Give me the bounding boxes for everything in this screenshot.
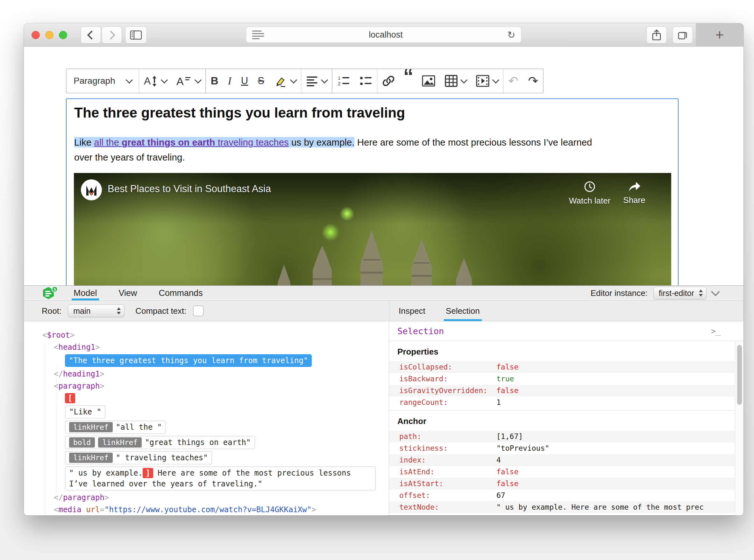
property-value: true xyxy=(496,374,514,384)
model-tree-row[interactable]: boldlinkHref"great things on earth" xyxy=(42,435,389,450)
highlight-button[interactable] xyxy=(269,69,301,93)
model-tree-row[interactable]: "Like " xyxy=(42,404,389,420)
property-value: "toPrevious" xyxy=(496,443,549,453)
tree-tag: $root xyxy=(47,331,70,340)
editor-instance-select[interactable]: first-editor xyxy=(653,287,707,299)
forward-button[interactable] xyxy=(102,26,122,44)
align-left-icon xyxy=(306,76,318,86)
model-tree-row[interactable]: linkHref"all the " xyxy=(42,420,389,435)
property-row: isGravityOverridden:false xyxy=(389,385,743,397)
text-alignment-button[interactable] xyxy=(301,69,332,93)
video-share-label: Share xyxy=(623,195,645,205)
selection-pane-header: Selection >_ xyxy=(389,321,743,341)
insert-media-button[interactable] xyxy=(471,69,503,93)
tab-overview-button[interactable] xyxy=(672,26,693,44)
document-heading: The three greatest things you learn from… xyxy=(74,105,405,121)
model-tree-row[interactable]: <media url="https://www.youtube.com/watc… xyxy=(42,504,389,515)
model-tree-row[interactable]: <$root> xyxy=(42,329,389,341)
strikethrough-button[interactable]: S xyxy=(253,69,269,93)
property-name: isGravityOverridden: xyxy=(399,386,496,396)
property-name: index: xyxy=(399,455,496,465)
share-button[interactable] xyxy=(646,26,667,44)
svg-text:1: 1 xyxy=(338,75,340,81)
underline-button[interactable]: U xyxy=(236,69,253,93)
url-field[interactable]: localhost ↻ xyxy=(246,27,522,43)
font-family-button[interactable]: A xyxy=(171,69,205,93)
paragraph-link-text[interactable]: all the xyxy=(94,137,122,147)
channel-logo-icon xyxy=(84,182,99,198)
lens-flare xyxy=(322,223,340,241)
model-tree-row[interactable]: linkHref" traveling teaches" xyxy=(42,450,389,465)
undo-button[interactable]: ↶ xyxy=(504,69,523,93)
italic-button[interactable]: I xyxy=(223,69,236,93)
collapse-inspector-icon[interactable] xyxy=(711,287,720,296)
compact-text-checkbox[interactable] xyxy=(193,305,204,316)
model-tree-row[interactable]: " us by example.] Here are some of the m… xyxy=(42,465,389,492)
tree-chip: linkHref xyxy=(69,422,113,432)
property-name: textNode: xyxy=(399,502,496,512)
root-select[interactable]: main xyxy=(68,304,124,317)
model-tree-row[interactable]: <heading1> xyxy=(42,341,389,353)
bold-button[interactable]: B xyxy=(206,69,223,93)
property-name: rangeCount: xyxy=(399,398,496,407)
url-text: localhost xyxy=(264,30,508,40)
paragraph-link-text[interactable]: traveling teaches xyxy=(215,137,289,147)
back-button[interactable] xyxy=(81,26,101,44)
tree-tag: paragraph xyxy=(63,493,104,502)
channel-avatar[interactable] xyxy=(81,179,102,200)
pane-section-rows: isCollapsed:falseisBackward:trueisGravit… xyxy=(389,361,743,408)
bulleted-list-button[interactable] xyxy=(355,69,377,93)
chevron-down-icon xyxy=(492,77,499,84)
log-to-console-icon[interactable]: >_ xyxy=(711,326,720,336)
model-tree-row[interactable]: </heading1> xyxy=(42,368,389,380)
table-icon xyxy=(445,75,457,87)
pane-scrollbar-thumb[interactable] xyxy=(737,345,742,405)
model-tree-row[interactable]: </paragraph> xyxy=(42,492,389,504)
property-row: offset:67 xyxy=(389,489,743,501)
redo-button[interactable]: ↷ xyxy=(523,69,543,93)
sidebar-button[interactable] xyxy=(125,26,147,44)
tree-br: > xyxy=(70,331,75,340)
model-text-node-box[interactable]: " us by example.] Here are some of the m… xyxy=(65,466,376,491)
compact-text-label: Compact text: xyxy=(135,306,186,316)
font-size-button[interactable]: A xyxy=(139,69,171,93)
model-text-node-box[interactable]: "Like " xyxy=(65,405,105,419)
video-title: Best Places to Visit in Southeast Asia xyxy=(108,183,271,195)
tab-model[interactable]: Model xyxy=(72,286,99,300)
root-value: main xyxy=(73,306,90,316)
model-tree-row[interactable]: "The three greatest things you learn fro… xyxy=(42,353,389,368)
paragraph-link-text[interactable]: great things on earth xyxy=(122,137,215,147)
numbered-list-button[interactable]: 12 xyxy=(332,69,355,93)
model-tree-row[interactable]: <paragraph> xyxy=(42,380,389,392)
tab-inspect[interactable]: Inspect xyxy=(397,301,427,321)
property-name: offset: xyxy=(399,491,496,500)
property-value: false xyxy=(496,386,518,396)
editor-content[interactable]: The three greatest things you learn from… xyxy=(66,98,678,285)
model-text-node-box[interactable]: linkHref" traveling teaches" xyxy=(65,451,212,464)
close-window-button[interactable] xyxy=(32,31,40,39)
tab-commands[interactable]: Commands xyxy=(157,286,205,300)
block-quote-button[interactable]: “ xyxy=(400,69,417,83)
watch-later-button[interactable]: Watch later xyxy=(566,181,614,206)
tree-br: = xyxy=(100,505,104,514)
video-share-button[interactable]: Share xyxy=(617,181,652,205)
reader-view-icon[interactable] xyxy=(252,31,264,39)
tab-view[interactable]: View xyxy=(117,286,139,300)
font-family-icon: A xyxy=(177,75,192,87)
chevron-down-icon xyxy=(125,77,133,84)
model-tree: <$root><heading1>"The three greatest thi… xyxy=(24,321,389,515)
youtube-embed[interactable]: Best Places to Visit in Southeast Asia W… xyxy=(74,173,671,285)
paragraph-style-dropdown[interactable]: Paragraph xyxy=(66,69,139,93)
insert-table-button[interactable] xyxy=(440,69,471,93)
minimize-window-button[interactable] xyxy=(45,31,54,39)
tab-selection[interactable]: Selection xyxy=(444,301,482,321)
tree-tag: media xyxy=(58,505,81,514)
model-tree-row[interactable]: [ xyxy=(42,392,389,404)
link-button[interactable] xyxy=(377,69,400,93)
zoom-window-button[interactable] xyxy=(59,31,67,39)
insert-image-button[interactable] xyxy=(417,69,440,93)
model-text-node-box[interactable]: linkHref"all the " xyxy=(65,420,166,434)
model-text-node-box[interactable]: boldlinkHref"great things on earth" xyxy=(65,436,255,449)
refresh-icon[interactable]: ↻ xyxy=(507,29,515,40)
new-tab-area[interactable]: + xyxy=(696,23,743,46)
